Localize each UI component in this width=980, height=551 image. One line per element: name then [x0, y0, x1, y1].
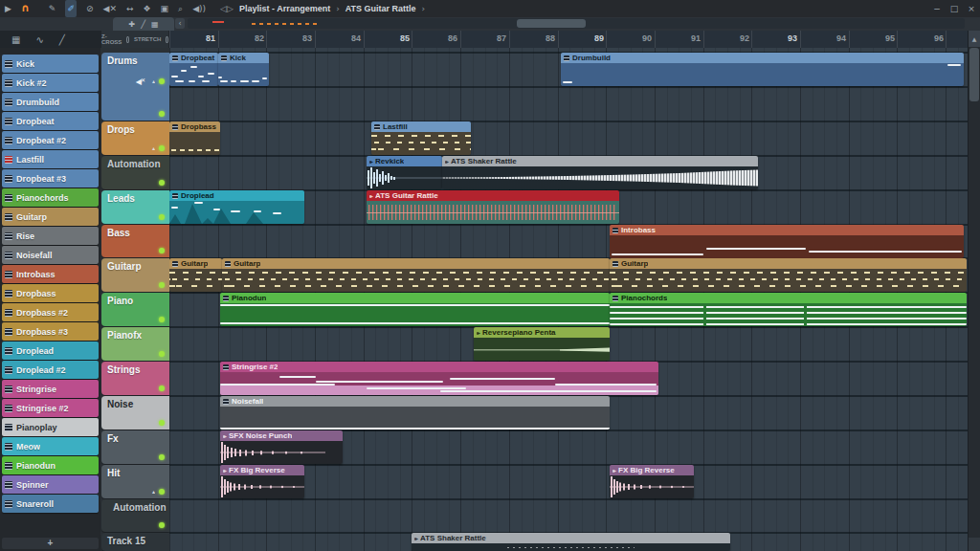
clip-noisefall[interactable]: Noisefall [220, 396, 610, 430]
clip-ats-shaker-rattle[interactable]: ▸▸ATS Shaker Rattle [442, 156, 758, 189]
pattern-item-pianochords[interactable]: Pianochords [2, 188, 99, 207]
pattern-item-noisefall[interactable]: Noisefall [2, 246, 99, 264]
clip-fx-big-reverse[interactable]: ▸▸FX Big Reverse [220, 465, 304, 498]
horizontal-scrollbar-handle[interactable] [517, 19, 586, 28]
mute-tool-icon[interactable]: ◀✕ [103, 0, 117, 17]
track-header-leads[interactable]: Leads [101, 190, 169, 224]
play-icon[interactable]: ▶ [5, 0, 11, 17]
slice-tool-icon[interactable]: ❖ [144, 0, 151, 17]
clip-guitarp[interactable]: Guitarp [222, 258, 610, 292]
clip-kick[interactable]: Kick [218, 53, 269, 86]
scroll-left-button[interactable]: ‹ [175, 18, 185, 29]
pattern-item-pianoplay[interactable]: Pianoplay [2, 418, 99, 436]
clip-introbass[interactable]: Introbass [610, 225, 964, 258]
pattern-item-stringrise-2[interactable]: Stringrise #2 [2, 399, 99, 417]
track-led[interactable] [159, 282, 165, 288]
pan-tool-icon[interactable]: ✚ [128, 20, 135, 29]
track-header-noise[interactable]: Noise [101, 396, 169, 430]
line-tool-icon[interactable]: ╱ [141, 20, 145, 29]
clip-dropbeat-2[interactable]: Dropbeat #2 [169, 53, 218, 86]
arrangement-name[interactable]: ATS Guitar Rattle [345, 4, 416, 13]
slip-tool-icon[interactable]: ↔ [126, 0, 134, 17]
expand-triangle-icon[interactable]: ▴ [152, 77, 155, 84]
pattern-item-introbass[interactable]: Introbass [2, 265, 99, 283]
clip-lastfill[interactable]: Lastfill [371, 121, 471, 155]
track-led[interactable] [159, 489, 165, 495]
pattern-item-droplead[interactable]: Droplead [2, 342, 99, 360]
pattern-item-dropbass-3[interactable]: Dropbass #3 [2, 322, 99, 341]
pattern-item-dropbass[interactable]: Dropbass [2, 284, 99, 302]
clip-drumbuild[interactable]: Drumbuild [561, 53, 964, 86]
clip-droplead[interactable]: Droplead [169, 190, 304, 224]
pattern-item-kick-2[interactable]: Kick #2 [2, 74, 99, 92]
track-header-guitarp[interactable]: Guitarp [101, 258, 169, 292]
clip-guitarp[interactable]: Guitarp [169, 258, 222, 292]
track-led[interactable] [159, 248, 165, 253]
clip-pianodun[interactable]: Pianodun [220, 293, 610, 326]
paint-tool-icon[interactable]: ✐ [65, 0, 77, 17]
track-led[interactable] [159, 386, 165, 391]
pattern-item-stringrise[interactable]: Stringrise [2, 380, 99, 398]
draw-tool-icon[interactable]: ✎ [49, 0, 56, 17]
pattern-item-kick[interactable]: Kick [2, 55, 99, 73]
timeline-ruler[interactable]: 81 82 83 84 85 86 87 88 89 90 91 92 93 9… [169, 31, 969, 48]
clip-stringrise-2[interactable]: Stringrise #2 [220, 362, 658, 395]
clip-reversepiano-penta[interactable]: ▸▸Reversepiano Penta [474, 327, 610, 361]
track-header-drums[interactable]: Drums ◀✕ ▴ [101, 53, 169, 121]
select-tool-icon[interactable]: ▣ [161, 0, 169, 17]
clip-pianochords[interactable]: Pianochords [610, 293, 967, 326]
track-header-pianofx[interactable]: Pianofx [101, 327, 169, 361]
track-header-fx[interactable]: Fx [101, 430, 169, 464]
scroll-up-button[interactable]: ▲ [969, 31, 980, 47]
pattern-item-droplead-2[interactable]: Droplead #2 [2, 361, 99, 379]
loop-record-icon[interactable]: ∩ [21, 0, 30, 17]
pattern-item-meow[interactable]: Meow [2, 437, 99, 455]
clip-revkick[interactable]: ▸▸Revkick [367, 156, 442, 189]
pattern-item-snareroll[interactable]: Snareroll [2, 495, 99, 513]
track-led[interactable] [159, 317, 165, 322]
clip-fx-big-reverse[interactable]: ▸▸FX Big Reverse [610, 465, 694, 498]
track-header-track-15[interactable]: Track 15 [101, 533, 169, 551]
piano-tool-icon[interactable]: ▦ [151, 20, 159, 29]
track-header-automation[interactable]: Automation [101, 156, 169, 189]
pattern-item-dropbeat[interactable]: Dropbeat [2, 112, 99, 130]
audio-view-icon[interactable]: ∿ [35, 34, 43, 45]
playback-tool-icon[interactable]: ◀)) [192, 0, 206, 17]
maximize-button[interactable]: □ [946, 0, 963, 17]
track-led[interactable] [159, 214, 165, 220]
track-header-drops[interactable]: Drops ▴ [101, 121, 169, 155]
close-button[interactable]: × [963, 0, 980, 17]
add-pattern-button[interactable]: + [2, 538, 99, 549]
automation-view-icon[interactable]: ╱ [59, 34, 65, 45]
track-led[interactable] [159, 180, 165, 186]
vertical-scrollbar[interactable]: ▲ [968, 31, 980, 551]
playlist-grid[interactable]: Dropbeat #2 Kick Drumbuild [169, 48, 969, 551]
vertical-scrollbar-handle[interactable] [969, 48, 979, 101]
track-led[interactable] [159, 351, 165, 357]
delete-tool-icon[interactable]: ⊘ [86, 0, 94, 17]
minimize-button[interactable]: − [928, 0, 946, 17]
pattern-item-pianodun[interactable]: Pianodun [2, 456, 99, 474]
stretch-toggle[interactable] [166, 36, 168, 43]
clip-ats-guitar-rattle[interactable]: ▸▸ATS Guitar Rattle [367, 190, 619, 224]
track-led[interactable] [159, 145, 165, 151]
clip-ats-shaker-rattle-bottom[interactable]: ▸▸ATS Shaker Rattle [412, 533, 730, 551]
expand-triangle-icon[interactable]: ▴ [152, 488, 155, 495]
track-led[interactable] [159, 78, 165, 84]
window-nav-icon[interactable]: ◁▷ [220, 4, 234, 13]
pattern-item-dropbeat-3[interactable]: Dropbeat #3 [2, 169, 99, 187]
track-header-bass[interactable]: Bass [101, 225, 169, 257]
pattern-item-guitarp[interactable]: Guitarp [2, 208, 99, 226]
pattern-item-dropbass-2[interactable]: Dropbass #2 [2, 303, 99, 321]
track-led[interactable] [159, 522, 165, 528]
track-led[interactable] [159, 111, 165, 117]
track-led[interactable] [159, 420, 165, 426]
clips-view-icon[interactable]: ▦ [11, 34, 20, 45]
clip-dropbass-2[interactable]: Dropbass #2 [169, 121, 220, 155]
pattern-item-spinner[interactable]: Spinner [2, 475, 99, 494]
pattern-item-lastfill[interactable]: Lastfill [2, 150, 99, 168]
track-header-automation-2[interactable]: Automation [101, 499, 169, 532]
z-cross-toggle[interactable] [126, 36, 129, 43]
zoom-tool-icon[interactable]: ⌕ [178, 0, 183, 17]
track-header-hit[interactable]: Hit ▴ [101, 465, 169, 498]
